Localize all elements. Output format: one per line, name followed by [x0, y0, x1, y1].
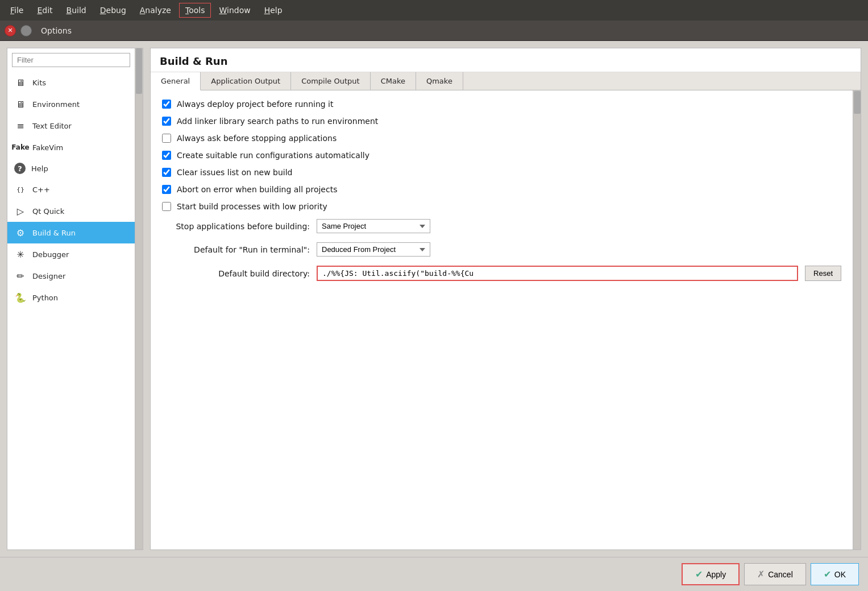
checkbox-low-priority: Start build processes with low priority — [162, 202, 841, 211]
checkbox-clear-issues-label: Clear issues list on new build — [177, 168, 293, 177]
content-scroll: Always deploy project before running it … — [151, 90, 861, 549]
window-minimize-button[interactable] — [20, 25, 32, 36]
sidebar-scrollbar-thumb[interactable] — [136, 48, 142, 94]
checkbox-clear-issues-input[interactable] — [162, 168, 171, 177]
tab-general[interactable]: General — [151, 72, 201, 90]
menu-help[interactable]: Help — [259, 3, 288, 17]
ok-button[interactable]: ✔ OK — [811, 563, 859, 585]
sidebar-item-build-run[interactable]: ⚙ Build & Run — [7, 222, 135, 243]
checkbox-low-priority-label: Start build processes with low priority — [177, 202, 327, 211]
apply-button[interactable]: ✔ Apply — [682, 563, 740, 585]
window-title: Options — [41, 26, 72, 35]
sidebar-item-text-editor[interactable]: ≡ Text Editor — [7, 115, 135, 137]
tab-qmake[interactable]: Qmake — [416, 72, 463, 90]
field-build-dir-label: Default build directory: — [162, 269, 310, 278]
checkbox-always-ask: Always ask before stopping applications — [162, 134, 841, 143]
menu-debug[interactable]: Debug — [94, 3, 132, 17]
field-build-dir: Default build directory: Reset — [162, 266, 841, 281]
field-run-terminal-label: Default for "Run in terminal": — [162, 245, 310, 254]
environment-icon: 🖥 — [14, 98, 27, 110]
content-panel: Build & Run General Application Output C… — [150, 48, 861, 550]
tabs: General Application Output Compile Outpu… — [151, 72, 861, 90]
sidebar-item-cpp[interactable]: {} C++ — [7, 179, 135, 200]
python-icon: 🐍 — [14, 291, 27, 304]
ok-label: OK — [834, 570, 846, 579]
apply-label: Apply — [706, 570, 726, 579]
tab-cmake[interactable]: CMake — [371, 72, 416, 90]
checkbox-add-linker-input[interactable] — [162, 117, 171, 126]
settings-area: Always deploy project before running it … — [151, 90, 853, 549]
cancel-x-icon: ✗ — [757, 569, 765, 580]
stop-apps-select[interactable]: Always Never Same Project — [317, 219, 430, 233]
ok-check-icon: ✔ — [824, 569, 831, 580]
checkbox-clear-issues: Clear issues list on new build — [162, 168, 841, 177]
dialog-body: 🖥 Kits 🖥 Environment ≡ Text Editor Fake … — [0, 41, 868, 557]
menu-tools[interactable]: Tools — [179, 3, 211, 18]
help-icon: ? — [14, 163, 26, 174]
field-stop-apps-label: Stop applications before building: — [162, 222, 310, 231]
sidebar-item-fakevim[interactable]: Fake FakeVim — [7, 137, 135, 158]
checkbox-create-run-label: Create suitable run configurations autom… — [177, 151, 369, 160]
bottom-bar: ✔ Apply ✗ Cancel ✔ OK — [0, 557, 868, 591]
checkbox-always-deploy-label: Always deploy project before running it — [177, 100, 334, 109]
checkbox-abort-error: Abort on error when building all project… — [162, 185, 841, 194]
checkbox-always-ask-label: Always ask before stopping applications — [177, 134, 337, 143]
sidebar-item-environment[interactable]: 🖥 Environment — [7, 93, 135, 115]
cpp-icon: {} — [14, 183, 27, 196]
sidebar-item-designer[interactable]: ✏ Designer — [7, 265, 135, 287]
field-run-terminal: Default for "Run in terminal": Enabled D… — [162, 242, 841, 257]
build-dir-input[interactable] — [317, 266, 798, 281]
checkbox-create-run: Create suitable run configurations autom… — [162, 151, 841, 160]
checkbox-always-deploy: Always deploy project before running it — [162, 100, 841, 109]
text-editor-icon: ≡ — [14, 119, 27, 132]
debugger-icon: ✳ — [14, 248, 27, 261]
checkbox-add-linker: Add linker library search paths to run e… — [162, 117, 841, 126]
checkbox-create-run-input[interactable] — [162, 151, 171, 160]
sidebar-item-qt-quick[interactable]: ▷ Qt Quick — [7, 200, 135, 222]
checkbox-add-linker-label: Add linker library search paths to run e… — [177, 117, 378, 126]
content-scrollbar-thumb[interactable] — [854, 91, 861, 114]
qt-quick-icon: ▷ — [14, 205, 27, 217]
run-terminal-select[interactable]: Enabled Disabled Deduced From Project — [317, 242, 430, 257]
checkbox-abort-error-input[interactable] — [162, 185, 171, 194]
sidebar-item-kits[interactable]: 🖥 Kits — [7, 72, 135, 93]
checkbox-low-priority-input[interactable] — [162, 202, 171, 211]
panel-title: Build & Run — [151, 48, 861, 72]
filter-input[interactable] — [12, 53, 130, 67]
sidebar-item-debugger[interactable]: ✳ Debugger — [7, 243, 135, 265]
cancel-button[interactable]: ✗ Cancel — [744, 563, 806, 585]
sidebar-item-python[interactable]: 🐍 Python — [7, 287, 135, 308]
window-close-button[interactable]: ✕ — [5, 25, 16, 36]
checkbox-always-deploy-input[interactable] — [162, 100, 171, 109]
menu-build[interactable]: Build — [61, 3, 92, 17]
tab-app-output[interactable]: Application Output — [201, 72, 291, 90]
field-stop-apps: Stop applications before building: Alway… — [162, 219, 841, 233]
fakevim-icon: Fake — [14, 141, 27, 154]
menu-window[interactable]: Window — [213, 3, 256, 17]
kits-icon: 🖥 — [14, 76, 27, 89]
menu-file[interactable]: File — [5, 3, 29, 17]
content-scrollbar[interactable] — [853, 90, 861, 549]
menu-edit[interactable]: Edit — [31, 3, 58, 17]
checkbox-always-ask-input[interactable] — [162, 134, 171, 143]
menubar: File Edit Build Debug Analyze Tools Wind… — [0, 0, 868, 20]
sidebar-scrollbar[interactable] — [135, 48, 143, 549]
checkbox-abort-error-label: Abort on error when building all project… — [177, 185, 337, 194]
reset-button[interactable]: Reset — [805, 266, 841, 281]
menu-analyze[interactable]: Analyze — [134, 3, 177, 17]
designer-icon: ✏ — [14, 270, 27, 282]
apply-check-icon: ✔ — [695, 569, 703, 580]
sidebar-scroll: 🖥 Kits 🖥 Environment ≡ Text Editor Fake … — [7, 72, 135, 549]
sidebar: 🖥 Kits 🖥 Environment ≡ Text Editor Fake … — [7, 48, 143, 550]
tab-compile-output[interactable]: Compile Output — [291, 72, 370, 90]
cancel-label: Cancel — [768, 570, 793, 579]
main-content: 🖥 Kits 🖥 Environment ≡ Text Editor Fake … — [0, 41, 868, 591]
build-run-icon: ⚙ — [14, 226, 27, 239]
window-titlebar: ✕ Options — [0, 20, 868, 41]
sidebar-item-help[interactable]: ? Help — [7, 158, 135, 179]
